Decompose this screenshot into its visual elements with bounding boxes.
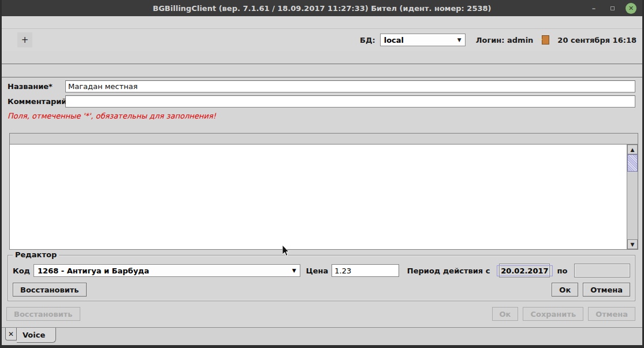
database-select[interactable]: local ▼ <box>380 34 466 46</box>
period-to-label: по <box>557 266 567 275</box>
name-input-value: Магадан местная <box>68 82 137 91</box>
sub-tab-bar <box>2 64 642 77</box>
price-input[interactable]: 1.23 <box>332 264 399 277</box>
chevron-down-icon: ▼ <box>457 37 461 43</box>
database-value: local <box>384 36 404 45</box>
period-from-button[interactable]: 20.02.2017 <box>499 264 550 277</box>
table-body <box>10 145 638 249</box>
maximize-icon <box>611 6 615 10</box>
mouse-cursor <box>282 245 290 257</box>
table-toolbar <box>2 120 642 132</box>
footer-cancel-button[interactable]: Отмена <box>588 307 635 321</box>
scrollbar-thumb[interactable] <box>627 154 638 172</box>
name-label: Название* <box>8 82 65 91</box>
login-label: Логин: admin <box>476 36 534 45</box>
ok-button[interactable]: Ок <box>552 283 578 297</box>
chevron-down-icon: ▼ <box>292 268 296 273</box>
footer-restore-button[interactable]: Восстановить <box>6 307 80 321</box>
code-combobox-value: 1268 - Антигуа и Барбуда <box>38 266 149 275</box>
logout-door-icon[interactable] <box>538 32 553 47</box>
code-label: Код <box>13 266 30 275</box>
maximize-button[interactable] <box>607 3 617 13</box>
price-label: Цена <box>306 266 329 275</box>
menu-bar <box>2 16 642 29</box>
price-input-value: 1.23 <box>334 266 351 275</box>
application-window: BGBillingClient (вер. 7.1.61 / 18.09.201… <box>0 0 644 348</box>
period-from-value: 20.02.2017 <box>497 265 552 276</box>
close-button[interactable]: ✕ <box>626 3 636 14</box>
datetime-label: 20 сентября 16:18 <box>557 36 636 45</box>
vertical-scrollbar[interactable]: ▲ ▼ <box>627 145 638 249</box>
table-header <box>10 134 638 145</box>
price-map-form: Название* Магадан местная Комментарий По… <box>2 77 642 120</box>
tab-voice[interactable]: Voice <box>17 328 56 343</box>
window-title: BGBillingClient (вер. 7.1.61 / 18.09.201… <box>2 4 642 13</box>
scroll-down-icon[interactable]: ▼ <box>627 239 638 249</box>
footer-ok-button[interactable]: Ок <box>492 307 519 321</box>
minimize-button[interactable]: – <box>589 3 599 13</box>
scroll-up-icon[interactable]: ▲ <box>627 145 638 154</box>
main-tab-bar <box>2 51 642 64</box>
add-tab-button[interactable]: + <box>17 32 32 47</box>
comment-input[interactable] <box>65 95 635 108</box>
scrollbar-track[interactable] <box>627 172 638 239</box>
comment-label: Комментарий <box>8 97 65 106</box>
code-combobox[interactable]: 1268 - Антигуа и Барбуда ▼ <box>33 264 300 277</box>
main-toolbar: + БД: local ▼ Логин: admin 20 сентября 1… <box>2 29 642 51</box>
titlebar: BGBillingClient (вер. 7.1.61 / 18.09.201… <box>2 0 642 16</box>
db-label: БД: <box>360 36 375 45</box>
period-label: Период действия с <box>407 266 490 275</box>
bottom-tab-bar: ✕ Voice <box>2 327 642 345</box>
required-fields-note: Поля, отмеченные '*', обязательны для за… <box>8 112 635 120</box>
period-to-button[interactable] <box>574 264 630 277</box>
close-tab-icon[interactable]: ✕ <box>5 328 17 340</box>
name-input[interactable]: Магадан местная <box>65 80 635 92</box>
editor-group: Редактор Код 1268 - Антигуа и Барбуда ▼ … <box>8 255 635 301</box>
footer-save-button[interactable]: Сохранить <box>523 307 583 321</box>
codes-table: ▲ ▼ <box>9 133 638 250</box>
restore-button[interactable]: Восстановить <box>13 283 87 297</box>
cancel-button[interactable]: Отмена <box>583 283 630 297</box>
editor-group-title: Редактор <box>13 250 59 259</box>
footer-buttons: Восстановить Ок Сохранить Отмена <box>6 307 635 321</box>
